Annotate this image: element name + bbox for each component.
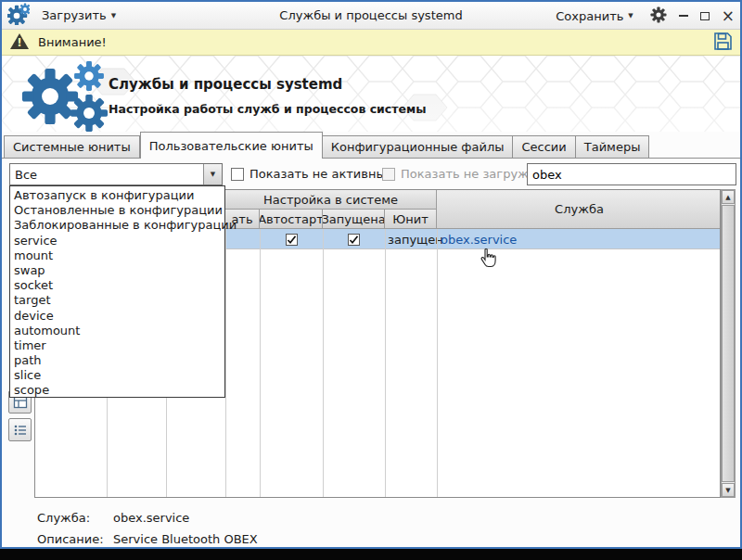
dropdown-item[interactable]: target — [10, 293, 224, 308]
app-gears-icon — [7, 3, 30, 28]
dropdown-item[interactable]: timer — [10, 338, 224, 353]
scrollbar-thumb[interactable] — [722, 205, 735, 482]
autostart-checkbox[interactable] — [286, 234, 298, 246]
column-header-running[interactable]: Запущена — [323, 210, 385, 229]
dropdown-item[interactable]: path — [10, 353, 224, 368]
gridline — [225, 229, 226, 497]
load-menu-button[interactable]: Загрузить ▼ — [37, 6, 121, 25]
svg-text:!: ! — [17, 36, 21, 49]
dropdown-item[interactable]: Автозапуск в конфигурации — [10, 188, 224, 203]
minimize-button[interactable] — [679, 15, 688, 17]
service-detail-label: Служба: — [37, 511, 90, 525]
show-inactive-checkbox-row: Показать не активные — [231, 167, 393, 181]
dropdown-item[interactable]: socket — [10, 278, 224, 293]
page-subtitle: Настройка работы служб и процессов систе… — [109, 102, 426, 116]
list-icon — [13, 423, 28, 438]
column-header-service[interactable]: Служба — [437, 190, 721, 229]
unit-filter-combobox[interactable]: Все ▼ — [9, 163, 223, 185]
chevron-down-icon: ▼ — [628, 12, 633, 19]
dropdown-item[interactable]: mount — [10, 248, 224, 263]
scroll-down-icon: ▼ — [725, 487, 730, 494]
show-inactive-checkbox[interactable] — [231, 168, 244, 181]
save-menu-label: Сохранить — [556, 9, 623, 23]
save-menu-button[interactable]: Сохранить ▼ — [551, 6, 638, 26]
tab-sessions[interactable]: Сессии — [513, 135, 575, 159]
close-button[interactable]: × — [722, 8, 735, 24]
tab-timers[interactable]: Таймеры — [576, 135, 650, 159]
scroll-up-button[interactable]: ▲ — [722, 190, 735, 204]
search-input[interactable] — [527, 163, 736, 185]
column-header-autostart[interactable]: Автостарт — [260, 210, 323, 229]
tab-config-files[interactable]: Конфигурационные файлы — [323, 135, 514, 159]
gridline — [323, 229, 324, 497]
dropdown-item[interactable]: Заблокированные в конфигурации — [10, 218, 224, 233]
dropdown-item[interactable]: scope — [10, 383, 224, 398]
dropdown-item[interactable]: automount — [10, 324, 224, 338]
list-view-button[interactable] — [8, 418, 32, 441]
tab-user-units[interactable]: Пользовательские юниты — [140, 132, 323, 159]
load-menu-label: Загрузить — [42, 8, 107, 22]
column-header-unit[interactable]: Юнит — [385, 210, 437, 229]
app-window: Службы и процессы systemd Загрузить ▼ Со… — [0, 0, 742, 560]
filter-dropdown-list: Автозапуск в конфигурации Остановленные … — [9, 185, 225, 398]
check-icon — [349, 235, 359, 245]
tab-bar: Системные юниты Пользовательские юниты К… — [4, 132, 649, 159]
gridline — [385, 229, 386, 497]
tab-system-units[interactable]: Системные юниты — [4, 135, 140, 159]
hexagon-pattern — [2, 56, 740, 132]
gridline — [437, 229, 438, 497]
warning-bar: ! Внимание! — [2, 30, 740, 56]
chevron-down-icon: ▼ — [211, 171, 215, 178]
warning-triangle-icon: ! — [9, 32, 30, 53]
combobox-value: Все — [10, 168, 203, 182]
scroll-down-button[interactable]: ▼ — [722, 483, 735, 497]
running-checkbox[interactable] — [348, 234, 360, 246]
page-title: Службы и процессы systemd — [109, 76, 342, 93]
chevron-down-icon: ▼ — [111, 12, 116, 19]
table-group-header-system: Настройка в системе — [225, 190, 437, 210]
dropdown-item[interactable]: device — [10, 309, 224, 324]
maximize-button[interactable] — [700, 12, 710, 20]
description-detail-label: Описание: — [37, 532, 104, 546]
app-logo-gears-icon — [15, 57, 111, 132]
dropdown-item[interactable]: swap — [10, 263, 224, 278]
dropdown-item[interactable]: slice — [10, 368, 224, 383]
service-name-link[interactable]: obex.service — [437, 229, 721, 249]
hand-cursor-icon — [480, 248, 496, 271]
dropdown-item[interactable]: Остановленные в конфигурации — [10, 203, 224, 218]
dropdown-item[interactable]: service — [10, 234, 224, 248]
titlebar: Службы и процессы systemd Загрузить ▼ Со… — [2, 2, 740, 30]
vertical-scrollbar[interactable]: ▲ ▼ — [721, 189, 736, 498]
gridline — [260, 229, 261, 497]
combobox-arrow-button[interactable]: ▼ — [203, 164, 222, 185]
header-banner: Службы и процессы systemd Настройка рабо… — [2, 56, 740, 132]
window-frame: Службы и процессы systemd Загрузить ▼ Со… — [0, 0, 742, 549]
unit-state-cell: запущен — [385, 229, 437, 249]
service-detail-value: obex.service — [113, 511, 189, 525]
scroll-up-icon: ▲ — [725, 194, 730, 201]
desktop-taskbar — [0, 549, 742, 560]
show-inactive-label: Показать не активные — [249, 167, 393, 181]
check-icon — [287, 235, 297, 245]
show-unloaded-checkbox — [382, 168, 395, 181]
settings-gear-icon[interactable] — [650, 6, 667, 26]
description-detail-value: Service Bluetooth OBEX — [113, 532, 258, 546]
save-floppy-icon[interactable] — [713, 32, 733, 54]
warning-message: Внимание! — [38, 35, 107, 49]
